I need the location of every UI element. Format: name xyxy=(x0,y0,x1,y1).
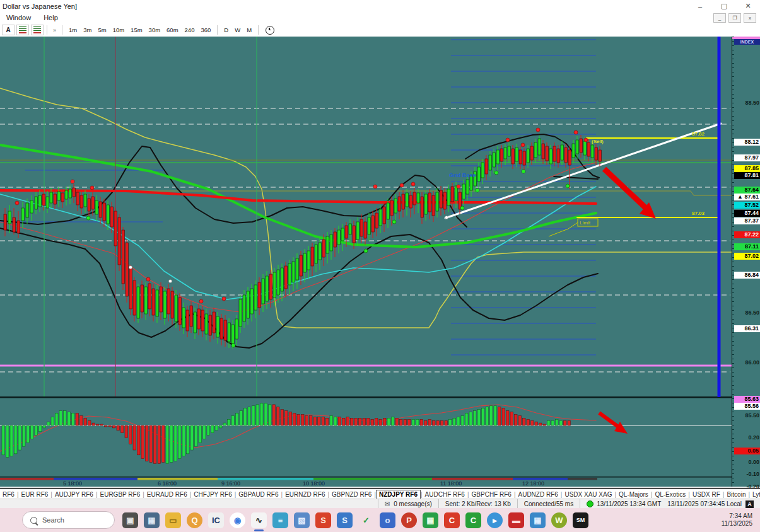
tab-ql-exotics[interactable]: QL-Exotics xyxy=(652,490,688,499)
file-explorer-icon[interactable]: ▭ xyxy=(165,512,181,528)
timeframe-5m-button[interactable]: 5m xyxy=(95,25,108,35)
timeframe-360-button[interactable]: 360 xyxy=(198,25,213,35)
time-status: 13/11/2025 13:34 GMT 13/11/2025 07:34:45… xyxy=(580,499,760,509)
child-restore-button[interactable]: ❐ xyxy=(728,13,741,23)
calculator-icon[interactable]: ▦ xyxy=(144,512,160,528)
price-chart[interactable]: Grid Base(Sell)87.8287.03Limit5 18:006 1… xyxy=(0,37,732,487)
price-label-87.64: 87.64 xyxy=(734,187,760,194)
tab-nzdjpy-rf6[interactable]: NZDJPY RF6 xyxy=(376,490,421,499)
toolbar-overflow-chevron[interactable]: » xyxy=(53,27,56,33)
camtasia-icon[interactable]: C xyxy=(465,512,481,528)
minimize-button[interactable]: – xyxy=(688,0,712,12)
sm-app-icon[interactable]: SM xyxy=(573,512,588,528)
telegram-icon[interactable]: ▸ xyxy=(487,512,503,528)
w-app-icon[interactable]: W xyxy=(551,512,567,528)
connected-dot-icon xyxy=(587,500,593,507)
close-button[interactable]: ✕ xyxy=(736,0,760,12)
powerpoint-icon[interactable]: P xyxy=(401,512,417,528)
sublime-icon[interactable]: S xyxy=(315,512,331,528)
svg-text:87.03: 87.03 xyxy=(692,211,705,216)
photos-icon[interactable]: ▧ xyxy=(294,512,310,528)
x-axis-label: 6 18:00 xyxy=(158,480,177,487)
period-D-button[interactable]: D xyxy=(221,25,231,35)
search-icon xyxy=(30,517,37,524)
child-close-button[interactable]: x xyxy=(744,13,756,23)
annotation-tool-icon[interactable]: A xyxy=(2,25,15,35)
list-lines-icon xyxy=(19,26,26,33)
indicator-list-icon[interactable] xyxy=(16,25,29,35)
window-controls: – ▢ ✕ xyxy=(688,0,760,12)
menu-help[interactable]: Help xyxy=(37,14,64,21)
tab-gbpchf-rf6[interactable]: GBPCHF RF6 xyxy=(469,490,514,499)
bank-app-icon[interactable]: ▦ xyxy=(530,512,546,528)
timeframe-1m-button[interactable]: 1m xyxy=(66,25,79,35)
tab-gbpaud-rf6[interactable]: GBPAUD RF6 xyxy=(236,490,281,499)
scale-value-0.00: 0.00 xyxy=(734,459,759,465)
messages-status[interactable]: ✉ 0 message(s) xyxy=(378,499,438,509)
c-red-icon[interactable]: C xyxy=(444,512,460,528)
taskbar-search[interactable]: Search xyxy=(22,511,115,529)
tab-eurnzd-rf6[interactable]: EURNZD RF6 xyxy=(283,490,327,499)
window-title: Dollar vs Japanese Yen] xyxy=(0,3,77,10)
price-label-0.05: 0.05 xyxy=(734,448,760,454)
tab-gbpnzd-rf6[interactable]: GBPNZD RF6 xyxy=(329,490,374,499)
svg-text:(Sell): (Sell) xyxy=(592,139,604,144)
indicator-list2-icon[interactable] xyxy=(31,25,44,35)
tab-lyte[interactable]: Lyte xyxy=(750,490,760,499)
tab-audnzd-rf6[interactable]: AUDNZD RF6 xyxy=(516,490,561,499)
tab-eur-rf6[interactable]: EUR RF6 xyxy=(19,490,51,499)
price-label-86.84: 86.84 xyxy=(734,272,760,279)
timeframe-15m-button[interactable]: 15m xyxy=(128,25,144,35)
outlook-icon[interactable]: o xyxy=(380,512,395,528)
tab-ql-majors[interactable]: QL-Majors xyxy=(616,490,651,499)
price-label-87.61: ▲ 87.61 xyxy=(734,194,760,200)
rednote-icon[interactable]: ▬ xyxy=(508,512,524,528)
price-label-87.44: 87.44 xyxy=(734,210,760,217)
tab-audchf-rf6[interactable]: AUDCHF RF6 xyxy=(423,490,467,499)
chrome-icon[interactable]: ◉ xyxy=(230,512,245,528)
ic-markets-icon[interactable]: IC xyxy=(208,512,224,528)
mail-icon: ✉ xyxy=(385,500,390,507)
tab-usdx-xau-xag[interactable]: USDX XAU XAG xyxy=(562,490,614,499)
tab-euraud-rf6[interactable]: EURAUD RF6 xyxy=(144,490,190,499)
timeframe-10m-button[interactable]: 10m xyxy=(110,25,127,35)
svg-text:Limit: Limit xyxy=(580,220,591,226)
tab-bitcoin[interactable]: Bitcoin xyxy=(724,490,748,499)
period-M-button[interactable]: M xyxy=(244,25,254,35)
tab-audjpy-rf6[interactable]: AUDJPY RF6 xyxy=(52,490,96,499)
toolbar-separator xyxy=(47,25,47,35)
price-label-87.85: 87.85 xyxy=(734,165,760,172)
scale-value-86.50: 86.50 xyxy=(734,309,759,316)
timeframe-30m-button[interactable]: 30m xyxy=(146,25,163,35)
tab-chfjpy-rf6[interactable]: CHFJPY RF6 xyxy=(191,490,234,499)
menu-window[interactable]: Window xyxy=(0,14,37,21)
timeframe-240-button[interactable]: 240 xyxy=(182,25,197,35)
toolbar-separator xyxy=(62,25,62,35)
notes-icon[interactable]: ≡ xyxy=(272,512,288,528)
price-label-87.97: 87.97 xyxy=(734,154,760,161)
tab-rf6[interactable]: RF6 xyxy=(0,490,17,499)
child-minimize-button[interactable]: _ xyxy=(713,13,726,23)
tab-eurgbp-rf6[interactable]: EURGBP RF6 xyxy=(97,490,143,499)
check-app-icon[interactable]: ✓ xyxy=(358,512,374,528)
price-label-87.81: 87.81 xyxy=(734,172,760,179)
price-label-87.11: 87.11 xyxy=(734,243,760,250)
chat-icon[interactable]: Q xyxy=(187,512,202,528)
windows-taskbar: Search ▣▦▭QIC◉∿≡▧SS✓oP▦CC▸▬▦WSM 7:34 AM … xyxy=(0,508,760,532)
price-scale[interactable]: INDEX 88.5086.5086.0085.500.200.100.00-0… xyxy=(732,37,760,487)
tab-usdx-rf[interactable]: USDX RF xyxy=(690,490,723,499)
period-W-button[interactable]: W xyxy=(232,25,243,35)
x-axis-label: 11 18:00 xyxy=(440,480,462,487)
timeframe-60m-button[interactable]: 60m xyxy=(164,25,180,35)
scale-value--0.10: -0.10 xyxy=(734,471,759,477)
maximize-button[interactable]: ▢ xyxy=(712,0,736,12)
taskbar-clock[interactable]: 7:34 AM 11/13/2025 xyxy=(722,512,760,528)
child-window-controls: _ ❐ x xyxy=(713,13,760,23)
skype-icon[interactable]: S xyxy=(337,512,353,528)
clock-icon[interactable] xyxy=(266,26,274,35)
timeframe-3m-button[interactable]: 3m xyxy=(81,25,94,35)
chart-area[interactable]: Grid Base(Sell)87.8287.03Limit5 18:006 1… xyxy=(0,37,760,487)
trading-app-icon[interactable]: ∿ xyxy=(251,512,267,528)
desktop-icon[interactable]: ▣ xyxy=(122,512,138,528)
excel-icon[interactable]: ▦ xyxy=(423,512,438,528)
